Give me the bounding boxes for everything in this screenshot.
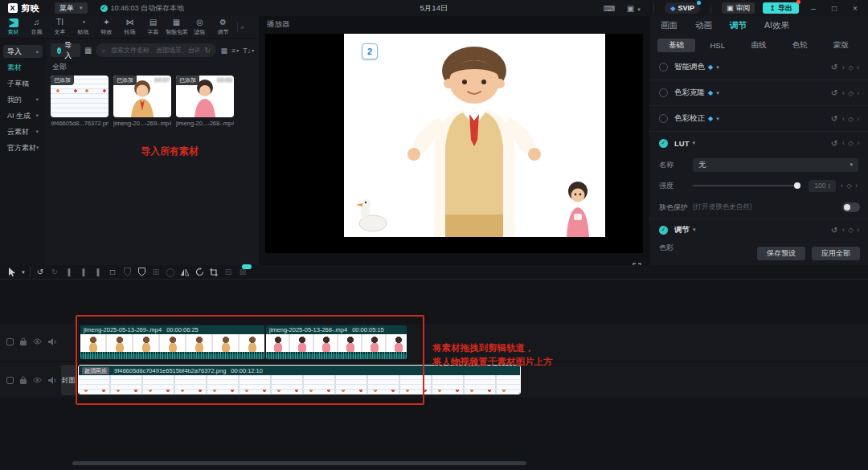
lut-toggle[interactable]: ✓ xyxy=(659,139,668,148)
caption-recognize-icon[interactable]: ⊟ xyxy=(221,268,235,276)
sidebar-item-mine[interactable]: 我的 ▾ xyxy=(3,93,43,106)
tab-sticker[interactable]: ◔ 贴纸 xyxy=(72,18,95,36)
undo-icon[interactable]: ↺ xyxy=(33,268,47,276)
lut-strength-slider[interactable] xyxy=(693,185,800,186)
reset-icon[interactable]: ↺ xyxy=(831,226,837,235)
tab-adjust[interactable]: 调节 xyxy=(730,20,747,31)
sort-icon[interactable]: T↓▾ xyxy=(243,47,254,55)
keyframe-control[interactable]: ‹ ◇ › xyxy=(842,115,860,123)
import-button[interactable]: + 导入 xyxy=(51,43,80,57)
search-input[interactable] xyxy=(109,46,201,55)
maximize-button[interactable]: □ xyxy=(828,4,841,13)
preview-canvas[interactable]: 2 xyxy=(265,34,643,253)
reset-icon[interactable]: ↺ xyxy=(831,63,837,72)
adjust-toggle[interactable]: ✓ xyxy=(659,226,668,235)
lut-strength-value[interactable]: 100 ▴▾ xyxy=(809,180,836,192)
tab-smart-package[interactable]: ▦ 智能包装 xyxy=(165,18,188,36)
freeze-frame-icon[interactable]: ◯ xyxy=(163,268,178,276)
sidebar-item-import[interactable]: 导入 ▴ xyxy=(3,45,43,58)
mask-icon[interactable] xyxy=(120,268,134,276)
chevron-down-icon[interactable]: ▾ xyxy=(19,269,27,276)
split-icon[interactable]: ∥ xyxy=(62,268,76,276)
layout-switch-icon[interactable]: ▣▾ xyxy=(624,4,643,13)
smart-color-toggle[interactable] xyxy=(659,63,668,72)
tab-media[interactable]: ▶ 素材 xyxy=(2,18,25,36)
refresh-icon[interactable]: ↻ xyxy=(204,46,211,55)
media-card-video-boy[interactable]: 已添加 00:07 jimeng-20...-269-.mp4 xyxy=(113,76,171,127)
sidebar-item-cloud-material[interactable]: 云素材 ▾ xyxy=(3,125,43,138)
keyframe-control[interactable]: ‹ ◇ › xyxy=(841,182,858,190)
lock-icon[interactable] xyxy=(20,337,27,345)
keyframe-control[interactable]: ‹ ◇ › xyxy=(842,139,860,147)
split-right-icon[interactable]: ∥ xyxy=(91,268,105,276)
keyframe-control[interactable]: ‹ ◇ › xyxy=(842,226,860,234)
horizontal-scrollbar[interactable] xyxy=(72,461,526,465)
reverse-icon[interactable]: ⊠ xyxy=(235,268,250,276)
media-card-video-girl[interactable]: 已添加 00:06 jimeng-20...-268-.mp4 xyxy=(176,76,234,127)
reset-icon[interactable]: ↺ xyxy=(831,88,837,97)
color-correction-toggle[interactable] xyxy=(659,114,668,123)
eye-icon[interactable] xyxy=(33,338,42,345)
close-button[interactable]: × xyxy=(849,4,862,13)
keyframe-control[interactable]: ‹ ◇ › xyxy=(842,89,860,97)
subtab-color-wheel[interactable]: 色轮 xyxy=(781,39,819,52)
sidebar-item-subdraft[interactable]: 子草稿 xyxy=(3,77,43,90)
color-clone-toggle[interactable] xyxy=(659,88,668,97)
search-box[interactable]: ⌕ ↻ xyxy=(96,43,216,57)
stepper-icon[interactable]: ▴▾ xyxy=(828,182,830,189)
tab-transition[interactable]: ⋈ 转场 xyxy=(118,18,141,36)
apply-all-button[interactable]: 应用全部 xyxy=(812,247,860,260)
tab-ai-effects[interactable]: AI效果 xyxy=(764,20,789,31)
subtab-basic[interactable]: 基础 xyxy=(657,39,695,52)
grid-view-icon[interactable]: ▦ xyxy=(220,47,227,55)
tab-filters[interactable]: ◎ 滤镜 xyxy=(188,18,211,36)
skin-protect-switch[interactable] xyxy=(842,202,860,212)
overlap-icon[interactable]: ⊞ xyxy=(149,268,163,276)
subtab-curves[interactable]: 曲线 xyxy=(740,39,778,52)
delete-icon[interactable]: □ xyxy=(105,268,120,276)
tab-audio[interactable]: ♫ 音频 xyxy=(25,18,48,36)
tab-captions[interactable]: ▤ 字幕 xyxy=(141,18,165,36)
svip-label: SVIP xyxy=(678,4,694,12)
collapse-panel-icon[interactable]: » xyxy=(240,23,244,31)
adjust-params-icon[interactable]: ▦ xyxy=(84,46,92,55)
redo-icon[interactable]: ↻ xyxy=(47,268,62,276)
export-button[interactable]: ↥ 导出 xyxy=(763,2,799,14)
mirror-icon[interactable] xyxy=(178,268,192,276)
slider-knob[interactable] xyxy=(794,182,800,189)
eye-icon[interactable] xyxy=(33,377,42,383)
lut-name-select[interactable]: 无 ▾ xyxy=(693,158,858,172)
save-preset-button[interactable]: 保存预设 xyxy=(757,247,805,260)
tab-adjust[interactable]: ⚙ 调节 xyxy=(211,18,235,36)
keyboard-shortcut-icon[interactable]: ⌨ xyxy=(603,4,616,13)
lock-icon[interactable] xyxy=(20,376,27,384)
sidebar-item-material[interactable]: 素材 xyxy=(3,61,43,74)
reset-icon[interactable]: ↺ xyxy=(831,114,837,123)
project-title[interactable]: 5月14日 xyxy=(420,3,448,14)
keyframe-control[interactable]: ‹ ◇ › xyxy=(842,63,860,72)
sidebar-item-official-material[interactable]: 官方素材 ▾ xyxy=(3,141,43,154)
rotate-icon[interactable] xyxy=(192,268,207,276)
select-tool-icon[interactable] xyxy=(5,268,19,276)
reset-icon[interactable]: ↺ xyxy=(831,139,837,148)
mute-icon[interactable] xyxy=(48,338,56,345)
review-button[interactable]: ▣ 审阅 xyxy=(722,2,755,14)
split-left-icon[interactable]: ∥ xyxy=(76,268,91,276)
sidebar-item-ai-generate[interactable]: AI 生成 ▾ xyxy=(3,109,43,122)
crop-icon[interactable] xyxy=(207,268,221,276)
tab-text[interactable]: TI 文本 xyxy=(48,18,72,36)
menu-button[interactable]: 菜单 ▾ xyxy=(55,2,88,14)
cover-button[interactable]: 封面 xyxy=(61,365,76,395)
mute-icon[interactable] xyxy=(48,377,56,384)
minimize-button[interactable]: – xyxy=(807,4,820,13)
list-view-icon[interactable]: ≡▾ xyxy=(231,47,239,55)
subtab-hsl[interactable]: HSL xyxy=(698,39,736,52)
tab-picture[interactable]: 画面 xyxy=(661,20,678,31)
svip-button[interactable]: ◆ SVIP xyxy=(665,2,700,14)
tab-effects[interactable]: ✦ 特效 xyxy=(95,18,118,36)
subtab-mask[interactable]: 蒙版 xyxy=(822,39,860,52)
tab-animation[interactable]: 动画 xyxy=(695,20,712,31)
media-card-png[interactable]: 已添加 9f46605d8...76372.png xyxy=(51,76,108,127)
filter-all-label[interactable]: 全部 xyxy=(52,62,259,72)
mask-filled-icon[interactable] xyxy=(134,268,149,276)
